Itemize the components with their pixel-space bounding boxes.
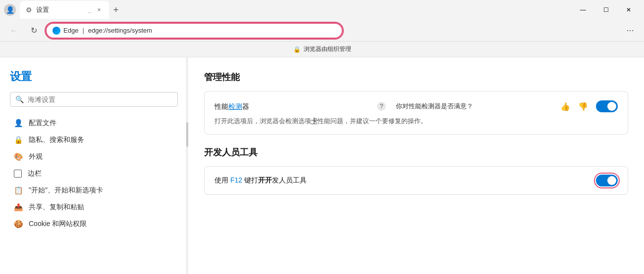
section1-title: 管理性能: [204, 71, 628, 83]
tab-bar: ⚙ 设置 _ × +: [20, 1, 568, 19]
card-actions: 👍 👎: [558, 99, 590, 113]
toggle-slider: [596, 100, 618, 112]
window-controls: — ☐ ✕: [572, 2, 640, 18]
org-managed-text: 浏览器由组织管理: [304, 45, 351, 53]
sidebar-item-label: 外观: [29, 152, 43, 161]
tab-close-button[interactable]: ×: [95, 6, 103, 14]
settings-tab[interactable]: ⚙ 设置 _ ×: [20, 1, 109, 19]
settings-tab-gear-icon: ⚙: [26, 6, 32, 14]
close-button[interactable]: ✕: [617, 2, 640, 18]
devtools-toggle-slider: [596, 175, 618, 186]
devtools-card-row: 使用 F12 键打开开发人员工具: [215, 175, 618, 186]
settings-tab-title: 设置: [36, 5, 84, 14]
profile-avatar[interactable]: 👤: [4, 4, 16, 16]
settings-content: 管理性能 性能检测器 ? 你对性能检测器是否满意？ 👍 👎: [188, 57, 644, 274]
address-prefix: Edge: [63, 27, 78, 34]
address-separator: |: [82, 27, 84, 34]
title-bar: 👤 ⚙ 设置 _ × + — ☐ ✕: [0, 0, 644, 20]
privacy-icon: 🔒: [14, 136, 23, 144]
devtools-card-main: 使用 F12 键打开开发人员工具: [215, 176, 590, 185]
back-button[interactable]: ←: [6, 23, 22, 39]
minimize-button[interactable]: —: [572, 2, 594, 18]
sidebar-icon: [14, 170, 22, 178]
performance-card-row: 性能检测器 ? 你对性能检测器是否满意？ 👍 👎: [215, 99, 618, 113]
sidebar-heading: 设置: [10, 69, 178, 84]
search-box[interactable]: 🔍: [10, 92, 178, 107]
search-input[interactable]: [28, 95, 172, 103]
appearance-icon: 🎨: [14, 152, 23, 161]
address-bar[interactable]: Edge | edge://settings/system: [46, 23, 343, 39]
tab-cursor: _: [88, 7, 91, 13]
performance-toggle[interactable]: [596, 100, 618, 112]
sidebar-item-profile[interactable]: 👤 配置文件: [10, 115, 178, 132]
thumbup-button[interactable]: 👍: [558, 99, 572, 113]
sidebar-item-label: 边栏: [28, 169, 42, 178]
new-tab-button[interactable]: +: [109, 3, 123, 17]
performance-card-desc: 打开此选项后，浏览器会检测选项卡性能问题，并建议一个要修复的操作。: [215, 116, 618, 126]
refresh-button[interactable]: ↻: [26, 23, 42, 39]
performance-card-label: 性能检测器: [215, 102, 249, 110]
performance-card: 性能检测器 ? 你对性能检测器是否满意？ 👍 👎 打开此选项后，浏览器会检测选项…: [204, 91, 628, 135]
help-symbol: ?: [380, 103, 383, 110]
sidebar-scrollbar-thumb[interactable]: [186, 122, 188, 147]
main-content: 设置 🔍 👤 配置文件 🔒 隐私、搜索和服务 🎨 外观 边栏: [0, 57, 644, 274]
sidebar-item-share[interactable]: 📤 共享、复制和粘贴: [10, 199, 178, 216]
maximize-button[interactable]: ☐: [594, 2, 617, 18]
help-icon[interactable]: ?: [377, 102, 386, 111]
info-bar: 🔒 浏览器由组织管理: [0, 42, 644, 57]
nav-bar: ← ↻ Edge | edge://settings/system ···: [0, 20, 644, 42]
more-options-button[interactable]: ···: [622, 23, 638, 39]
sidebar: 设置 🔍 👤 配置文件 🔒 隐私、搜索和服务 🎨 外观 边栏: [0, 57, 188, 274]
performance-card-main: 性能检测器: [215, 102, 371, 111]
devtools-card: 使用 F12 键打开开发人员工具: [204, 166, 628, 195]
sidebar-item-privacy[interactable]: 🔒 隐私、搜索和服务: [10, 132, 178, 148]
sidebar-item-label: 共享、复制和粘贴: [29, 203, 84, 212]
sidebar-item-cookies[interactable]: 🍪 Cookie 和网站权限: [10, 216, 178, 232]
cookies-icon: 🍪: [14, 220, 23, 228]
sidebar-item-sidebar[interactable]: 边栏: [10, 165, 178, 182]
devtools-toggle[interactable]: [596, 175, 618, 186]
search-icon: 🔍: [15, 95, 24, 103]
profile-icon: 👤: [14, 119, 23, 128]
sidebar-item-label: Cookie 和网站权限: [29, 220, 87, 228]
edge-logo-icon: [53, 27, 60, 35]
feedback-question: 你对性能检测器是否满意？: [392, 102, 552, 111]
section2-title: 开发人员工具: [204, 146, 628, 158]
lock-icon: 🔒: [293, 46, 301, 53]
sidebar-item-label: 隐私、搜索和服务: [29, 136, 84, 144]
thumbdown-button[interactable]: 👎: [576, 99, 590, 113]
sidebar-item-label: 配置文件: [29, 119, 56, 128]
devtools-label: 使用 F12 键打开开发人员工具: [215, 176, 307, 184]
startup-icon: 📋: [14, 186, 23, 195]
sidebar-item-startup[interactable]: 📋 "开始"、开始和新选项卡: [10, 182, 178, 199]
sidebar-item-appearance[interactable]: 🎨 外观: [10, 148, 178, 165]
address-url: edge://settings/system: [88, 27, 152, 34]
sidebar-item-label: "开始"、开始和新选项卡: [29, 186, 103, 195]
share-icon: 📤: [14, 203, 23, 212]
perf-label-text: 性能检测器: [215, 102, 249, 110]
